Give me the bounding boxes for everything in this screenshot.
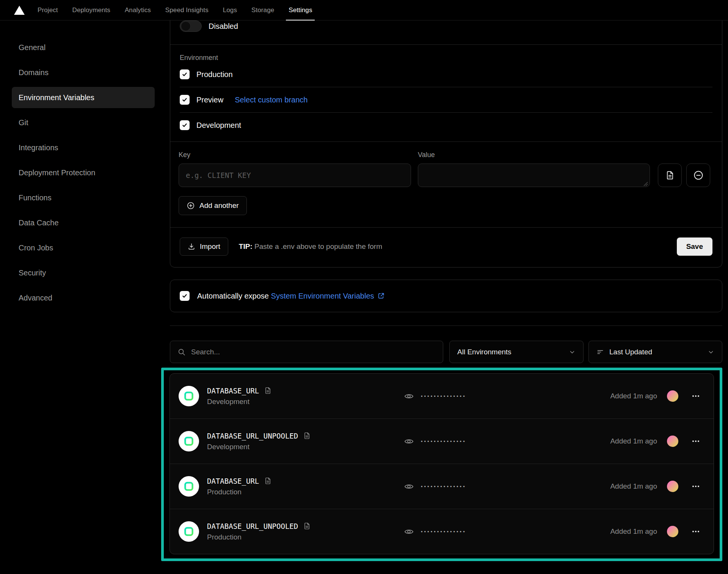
sidebar-item-data-cache[interactable]: Data Cache — [12, 212, 155, 233]
sidebar-item-domains[interactable]: Domains — [12, 62, 155, 83]
user-avatar — [667, 526, 678, 537]
nav-item-analytics[interactable]: Analytics — [125, 0, 151, 20]
env-row-database-url-production: DATABASE_URL Production — [170, 464, 714, 509]
environment-filter-dropdown[interactable]: All Environments — [449, 341, 584, 363]
note-icon[interactable] — [303, 522, 311, 530]
search-icon — [177, 348, 186, 356]
system-env-panel: Automatically expose System Environment … — [170, 280, 722, 312]
env-target: Production — [207, 488, 272, 496]
row-meta: Added 1m ago — [610, 388, 705, 404]
ellipsis-icon — [691, 437, 700, 446]
ellipsis-icon — [691, 527, 700, 536]
preview-checkbox-label: Preview — [196, 96, 223, 104]
ellipsis-icon — [691, 482, 700, 491]
sort-label: Last Updated — [609, 348, 702, 356]
sidebar-item-functions[interactable]: Functions — [12, 187, 155, 208]
row-menu-button[interactable] — [688, 388, 703, 404]
row-menu-button[interactable] — [688, 524, 703, 539]
sidebar-item-git[interactable]: Git — [12, 112, 155, 133]
vercel-logo-icon[interactable] — [14, 5, 25, 15]
eye-icon[interactable] — [404, 391, 414, 401]
environment-section-label: Environment — [180, 54, 712, 62]
row-meta: Added 1m ago — [610, 434, 705, 449]
env-target: Development — [207, 443, 311, 451]
row-value: •••••••••••••• — [404, 481, 610, 492]
eye-icon[interactable] — [404, 436, 414, 447]
masked-value: •••••••••••••• — [421, 393, 466, 399]
form-footer: Import TIP: Paste a .env above to popula… — [170, 228, 722, 267]
check-icon — [182, 122, 188, 128]
add-another-button[interactable]: Add another — [179, 196, 247, 215]
nav-item-storage[interactable]: Storage — [251, 0, 274, 20]
row-identity: DATABASE_URL_UNPOOLED Production — [179, 521, 404, 542]
key-input[interactable] — [179, 164, 411, 187]
sidebar-item-general[interactable]: General — [12, 37, 155, 58]
main-content: Disabled Environment Production — [170, 20, 722, 561]
search-input[interactable] — [191, 348, 436, 356]
env-key: DATABASE_URL — [207, 477, 259, 485]
remove-row-button[interactable] — [686, 164, 710, 187]
added-timestamp: Added 1m ago — [610, 482, 657, 491]
user-avatar — [667, 390, 678, 402]
row-names: DATABASE_URL Development — [207, 387, 272, 406]
value-label: Value — [418, 151, 650, 159]
environment-filter-label: All Environments — [457, 348, 563, 356]
nav-item-deployments[interactable]: Deployments — [72, 0, 110, 20]
eye-icon[interactable] — [404, 481, 414, 492]
note-icon[interactable] — [264, 387, 272, 395]
development-checkbox[interactable] — [180, 120, 190, 130]
nav-item-speed-insights[interactable]: Speed Insights — [165, 0, 209, 20]
file-text-icon — [665, 170, 675, 180]
save-button[interactable]: Save — [677, 237, 712, 256]
note-icon[interactable] — [303, 432, 311, 440]
row-menu-button[interactable] — [688, 479, 703, 494]
system-env-checkbox[interactable] — [180, 291, 190, 301]
sidebar-item-environment-variables[interactable]: Environment Variables — [12, 87, 155, 108]
settings-sidebar: General Domains Environment Variables Gi… — [0, 20, 170, 312]
key-value-inputs — [179, 164, 712, 189]
row-value: •••••••••••••• — [404, 391, 610, 401]
env-target: Development — [207, 398, 272, 406]
import-tip: TIP: Paste a .env above to populate the … — [239, 242, 382, 251]
chevron-down-icon — [569, 349, 576, 355]
masked-value: •••••••••••••• — [421, 484, 466, 489]
check-icon — [182, 71, 188, 77]
row-meta: Added 1m ago — [610, 479, 705, 494]
resize-handle-icon[interactable] — [643, 182, 648, 186]
row-names: DATABASE_URL Production — [207, 477, 272, 496]
paste-from-file-button[interactable] — [658, 164, 682, 187]
row-menu-button[interactable] — [688, 434, 703, 449]
toggle-knob-icon — [181, 21, 191, 31]
note-icon[interactable] — [264, 477, 272, 485]
added-timestamp: Added 1m ago — [610, 392, 657, 400]
top-nav: Project Deployments Analytics Speed Insi… — [0, 0, 728, 20]
ellipsis-icon — [691, 392, 700, 401]
highlight-outline: DATABASE_URL Development — [161, 368, 722, 561]
nav-item-logs[interactable]: Logs — [223, 0, 237, 20]
production-checkbox[interactable] — [180, 69, 190, 79]
disabled-toggle[interactable] — [180, 20, 202, 32]
add-another-label: Add another — [199, 201, 239, 210]
key-value-labels: Key Value — [179, 151, 712, 164]
eye-icon[interactable] — [404, 527, 414, 537]
sidebar-item-deployment-protection[interactable]: Deployment Protection — [12, 162, 155, 183]
nav-item-project[interactable]: Project — [38, 0, 58, 20]
preview-checkbox[interactable] — [180, 95, 190, 105]
environment-section: Environment Production Preview Selec — [170, 45, 722, 142]
env-variable-form-panel: Disabled Environment Production — [170, 15, 722, 267]
search-box — [170, 341, 443, 363]
sidebar-item-advanced[interactable]: Advanced — [12, 287, 155, 308]
sort-dropdown[interactable]: Last Updated — [588, 341, 722, 363]
import-button[interactable]: Import — [180, 237, 228, 256]
select-custom-branch-link[interactable]: Select custom branch — [235, 96, 308, 104]
value-input[interactable] — [418, 164, 650, 187]
nav-item-settings[interactable]: Settings — [289, 0, 312, 20]
tip-label: TIP: — [239, 242, 253, 250]
env-row-database-url-unpooled-production: DATABASE_URL_UNPOOLED Production — [170, 509, 714, 554]
sidebar-item-integrations[interactable]: Integrations — [12, 137, 155, 158]
row-names: DATABASE_URL_UNPOOLED Development — [207, 432, 311, 451]
sidebar-item-cron-jobs[interactable]: Cron Jobs — [12, 237, 155, 258]
external-link-icon — [377, 292, 385, 300]
system-env-link[interactable]: System Environment Variables — [271, 292, 385, 300]
sidebar-item-security[interactable]: Security — [12, 262, 155, 283]
